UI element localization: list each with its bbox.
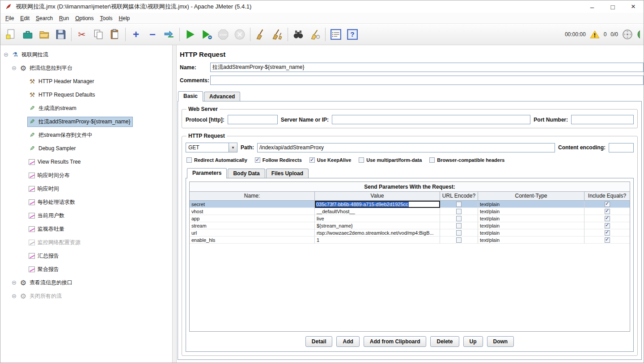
copy-button[interactable] xyxy=(90,26,106,43)
start-button[interactable] xyxy=(182,26,198,43)
include-equals-checkbox[interactable] xyxy=(605,223,610,228)
tab-parameters[interactable]: Parameters xyxy=(187,168,227,178)
table-action-button[interactable]: Down xyxy=(487,336,514,347)
tree-item[interactable]: 聚合报告 xyxy=(0,262,172,276)
save-button[interactable] xyxy=(53,26,69,43)
menu-edit[interactable]: Edit xyxy=(17,14,33,23)
open-button[interactable] xyxy=(36,26,52,43)
http-option[interactable]: Use multipart/form-data xyxy=(359,157,422,163)
tab-basic[interactable]: Basic xyxy=(178,91,203,101)
search-reset-button[interactable] xyxy=(307,26,323,43)
http-option[interactable]: Redirect Automatically xyxy=(186,157,247,163)
url-encode-checkbox[interactable] xyxy=(456,216,462,221)
tree-item[interactable]: 监控网络配置资源 xyxy=(0,236,172,249)
param-name-cell[interactable]: url xyxy=(190,229,315,236)
tree-item[interactable]: 每秒处理请求数 xyxy=(0,195,172,209)
tree-item[interactable]: 当前用户数 xyxy=(0,209,172,222)
tree-node[interactable]: HTTP Request Defaults xyxy=(28,90,97,99)
tree-item[interactable]: 把流信息拉到平台 xyxy=(0,61,172,75)
param-value-cell[interactable]: 035c73f7-bb6b-4889-a715-d9eb2d1925cc xyxy=(315,201,440,208)
http-option[interactable]: Browser-compatible headers xyxy=(429,157,504,163)
column-header[interactable]: Content-Type xyxy=(478,191,585,201)
tree-item[interactable]: 查看流信息的接口 xyxy=(0,276,172,289)
tree-item[interactable]: 把stream保存到文件中 xyxy=(0,128,172,142)
tree-expand-handle[interactable] xyxy=(4,53,8,57)
tree-item[interactable]: 关闭所有的流 xyxy=(0,289,172,303)
tree-item[interactable]: HTTP Request Defaults xyxy=(0,88,172,101)
param-name-cell[interactable]: stream xyxy=(190,222,315,229)
tree-item[interactable]: 汇总报告 xyxy=(0,249,172,262)
param-value-cell[interactable]: ${stream_name} xyxy=(315,222,440,229)
table-row[interactable]: enable_hls 1 text/plain xyxy=(190,236,630,244)
param-name-cell[interactable]: secret xyxy=(190,201,315,208)
url-encode-cell[interactable] xyxy=(440,208,478,215)
table-action-button[interactable]: Add from Clipboard xyxy=(364,336,427,347)
tree-node[interactable]: HTTP Header Manager xyxy=(28,77,97,86)
content-type-cell[interactable]: text/plain xyxy=(478,229,585,236)
log-warning-indicator[interactable] xyxy=(590,30,600,39)
table-row[interactable]: stream ${stream_name} text/plain xyxy=(190,222,630,229)
tree-node[interactable]: 汇总报告 xyxy=(28,251,61,261)
chevron-down-icon[interactable]: ▼ xyxy=(229,143,237,152)
cut-button[interactable]: ✂ xyxy=(74,26,90,43)
path-input[interactable] xyxy=(257,143,555,152)
function-helper-button[interactable] xyxy=(328,26,344,43)
table-action-button[interactable]: Add xyxy=(336,336,359,347)
tree-node[interactable]: 每秒处理请求数 xyxy=(28,198,77,207)
tree-item[interactable]: Debug Sampler xyxy=(0,142,172,155)
include-equals-checkbox[interactable] xyxy=(605,216,610,221)
tree-item[interactable]: View Results Tree xyxy=(0,155,172,169)
maximize-button[interactable]: □ xyxy=(602,0,623,13)
menu-file[interactable]: File xyxy=(2,14,17,23)
column-header[interactable]: Name: xyxy=(190,191,315,201)
menu-tools[interactable]: Tools xyxy=(97,14,116,23)
url-encode-checkbox[interactable] xyxy=(456,209,462,214)
tree-node[interactable]: 把stream保存到文件中 xyxy=(28,131,95,140)
include-equals-cell[interactable] xyxy=(585,201,630,208)
tree-node[interactable]: 响应时间 xyxy=(28,184,61,194)
content-type-cell[interactable]: text/plain xyxy=(478,236,585,244)
url-encode-checkbox[interactable] xyxy=(456,202,462,207)
menu-help[interactable]: Help xyxy=(116,14,133,23)
url-encode-cell[interactable] xyxy=(440,229,478,236)
option-checkbox[interactable] xyxy=(359,157,364,163)
tree-item[interactable]: 拉流addStreamProxy-${stream_name} xyxy=(0,115,172,128)
minimize-button[interactable]: – xyxy=(582,0,602,13)
include-equals-checkbox[interactable] xyxy=(605,230,610,236)
method-select[interactable]: GET ▼ xyxy=(186,143,237,152)
server-name-input[interactable] xyxy=(332,115,530,124)
expand-all-button[interactable]: + xyxy=(128,26,144,43)
param-value-cell[interactable]: rtsp://wowzaec2demo.streamlock.net/vod/m… xyxy=(315,229,440,236)
table-row[interactable]: url rtsp://wowzaec2demo.streamlock.net/v… xyxy=(190,229,630,236)
clear-button[interactable] xyxy=(253,26,269,43)
tree-item[interactable]: 响应时间分布 xyxy=(0,169,172,182)
table-action-button[interactable]: Up xyxy=(463,336,483,347)
collapse-all-button[interactable]: − xyxy=(144,26,161,43)
content-type-cell[interactable]: text/plain xyxy=(478,208,585,215)
url-encode-cell[interactable] xyxy=(440,201,478,208)
menu-search[interactable]: Search xyxy=(33,14,56,23)
close-button[interactable]: × xyxy=(623,0,644,13)
tree-node[interactable]: 聚合报告 xyxy=(28,265,61,274)
menu-options[interactable]: Options xyxy=(72,14,97,23)
tree-item[interactable]: 生成流的stream xyxy=(0,101,172,115)
include-equals-cell[interactable] xyxy=(585,236,630,244)
tree-node[interactable]: 当前用户数 xyxy=(28,211,67,220)
include-equals-cell[interactable] xyxy=(585,215,630,222)
help-button[interactable]: ? xyxy=(344,26,360,43)
tree-item[interactable]: HTTP Header Manager xyxy=(0,75,172,88)
tree-expand-handle[interactable] xyxy=(12,281,16,285)
tree-expand-handle[interactable] xyxy=(12,294,16,298)
tab-body-data[interactable]: Body Data xyxy=(228,169,265,178)
http-option[interactable]: Follow Redirects xyxy=(255,157,302,163)
url-encode-cell[interactable] xyxy=(440,222,478,229)
templates-button[interactable] xyxy=(20,26,36,43)
include-equals-checkbox[interactable] xyxy=(605,237,610,243)
clear-all-button[interactable] xyxy=(269,26,285,43)
port-input[interactable] xyxy=(571,115,634,124)
tree-node[interactable]: 监控网络配置资源 xyxy=(28,238,83,247)
start-no-pauses-button[interactable] xyxy=(199,26,215,43)
param-value-cell[interactable]: 1 xyxy=(315,236,440,244)
tree-node[interactable]: 响应时间分布 xyxy=(28,171,72,180)
tree-expand-handle[interactable] xyxy=(12,66,16,70)
